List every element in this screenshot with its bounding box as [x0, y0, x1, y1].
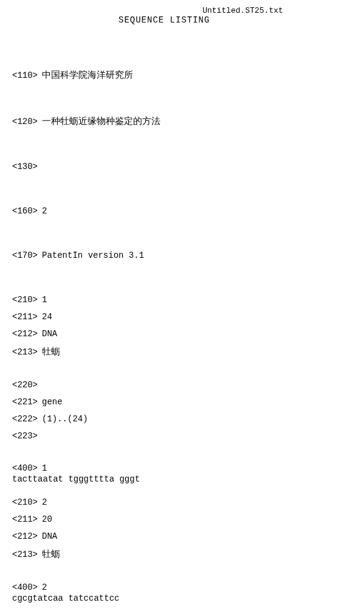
entry-130: <130>	[12, 162, 352, 171]
document-body: Untitled.ST25.txt SEQUENCE LISTING <110>…	[0, 0, 364, 608]
entry-s1-220: <220>	[12, 380, 352, 390]
value-s2-211: 20	[42, 514, 52, 524]
entry-170: <170> PatentIn version 3.1	[12, 250, 352, 260]
value-s1-213: 牡蛎	[42, 347, 60, 356]
sequence-2-line: cgcgtatcaa tatccattcc 20	[12, 593, 352, 603]
tag-170: <170>	[12, 250, 38, 260]
value-170: PatentIn version 3.1	[42, 250, 144, 260]
value-160: 2	[42, 206, 47, 216]
tag-s1-220: <220>	[12, 380, 38, 390]
value-s2-213: 牡蛎	[42, 549, 60, 559]
entry-s1-213: <213> 牡蛎	[12, 346, 352, 358]
tag-s1-211: <211>	[12, 312, 38, 322]
tag-160: <160>	[12, 206, 38, 216]
tag-s1-400: <400>	[12, 463, 38, 473]
tag-s1-212: <212>	[12, 329, 38, 339]
value-120: 一种牡蛎近缘物种鉴定的方法	[42, 116, 160, 126]
tag-s1-221: <221>	[12, 397, 38, 407]
entry-110: <110> 中国科学院海洋研究所	[12, 69, 352, 81]
file-name: Untitled.ST25.txt	[134, 6, 352, 15]
value-s1-210: 1	[42, 295, 47, 305]
sequence-1-text: tacttaatat tgggtttta gggt	[12, 474, 140, 484]
entry-s1-211: <211> 24	[12, 312, 352, 322]
tag-s2-210: <210>	[12, 497, 38, 507]
entry-s2-210: <210> 2	[12, 497, 352, 507]
entry-s1-212: <212> DNA	[12, 329, 352, 339]
sequence-2-text: cgcgtatcaa tatccattcc	[12, 593, 119, 603]
tag-s1-210: <210>	[12, 295, 38, 305]
value-s2-210: 2	[42, 497, 47, 507]
entry-s1-210: <210> 1	[12, 295, 352, 305]
tag-s2-400: <400>	[12, 582, 38, 592]
value-s1-212: DNA	[42, 329, 57, 339]
entry-s1-400: <400> 1	[12, 463, 352, 473]
entry-s2-400: <400> 2	[12, 582, 352, 592]
tag-s1-222: <222>	[12, 414, 38, 424]
value-s2-400: 2	[42, 582, 47, 592]
entry-s1-223: <223>	[12, 431, 352, 441]
entry-120: <120> 一种牡蛎近缘物种鉴定的方法	[12, 116, 352, 127]
entry-s2-212: <212> DNA	[12, 531, 352, 541]
entry-160: <160> 2	[12, 206, 352, 216]
tag-s2-213: <213>	[12, 550, 38, 559]
tag-130: <130>	[12, 162, 38, 171]
tag-110: <110>	[12, 71, 38, 80]
tag-s2-211: <211>	[12, 514, 38, 524]
document-heading: SEQUENCE LISTING	[118, 15, 352, 25]
tag-s1-213: <213>	[12, 347, 38, 357]
entry-s1-221: <221> gene	[12, 397, 352, 407]
tag-s1-223: <223>	[12, 431, 38, 441]
sequence-1-line: tacttaatat tgggtttta gggt 24	[12, 474, 352, 484]
value-s1-211: 24	[42, 312, 52, 322]
value-110: 中国科学院海洋研究所	[42, 70, 133, 80]
value-s2-212: DNA	[42, 531, 57, 541]
value-s1-400: 1	[42, 463, 47, 473]
tag-s2-212: <212>	[12, 531, 38, 541]
value-s1-221: gene	[42, 397, 63, 407]
entry-s2-213: <213> 牡蛎	[12, 548, 352, 560]
entry-s2-211: <211> 20	[12, 514, 352, 524]
tag-120: <120>	[12, 117, 38, 126]
entry-s1-222: <222> (1)..(24)	[12, 414, 352, 424]
value-s1-222: (1)..(24)	[42, 414, 88, 424]
